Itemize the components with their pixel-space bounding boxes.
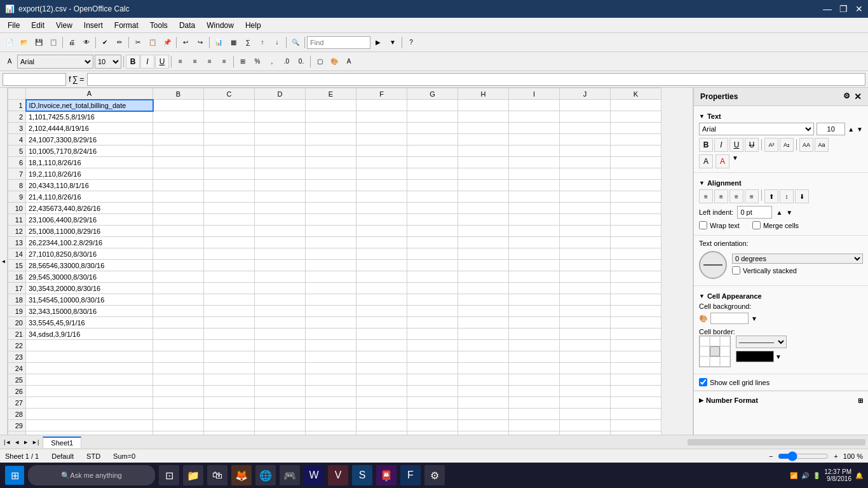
format-num-button[interactable]: % (250, 55, 264, 69)
styles-button[interactable]: A (3, 55, 17, 69)
maximize-button[interactable]: ❐ (839, 4, 848, 14)
cell-d21[interactable] (255, 329, 306, 340)
bg-color-button[interactable]: 🎨 (327, 55, 341, 69)
font-family-select[interactable]: Arial (699, 123, 814, 135)
table-row[interactable]: 510,1005,7170,8/24/16 (8, 146, 661, 157)
cell-d28[interactable] (255, 409, 306, 420)
table-row[interactable]: 1932,343,15000,8/30/16 (8, 306, 661, 317)
cell-c18[interactable] (204, 294, 255, 306)
table-row[interactable]: 1ID,Invoice,net_total,billing_date (8, 100, 661, 111)
cell-c3[interactable] (204, 123, 255, 134)
cell-f22[interactable] (356, 340, 407, 351)
cell-b8[interactable] (153, 180, 204, 191)
cell-j12[interactable] (560, 226, 611, 237)
cell-b6[interactable] (153, 157, 204, 168)
cell-g1[interactable] (407, 100, 458, 111)
cell-e25[interactable] (306, 374, 356, 386)
table-row[interactable]: 2134,sdsd,3,9/1/16 (8, 329, 661, 340)
cell-c26[interactable] (204, 386, 255, 397)
cell-g21[interactable] (407, 329, 458, 340)
cell-i3[interactable] (509, 123, 560, 134)
cell-a11[interactable]: 23,1006,4400,8/29/16 (26, 214, 153, 226)
cell-c16[interactable] (204, 271, 255, 283)
taskbar-app-word[interactable]: W (304, 465, 324, 485)
cell-i2[interactable] (509, 111, 560, 123)
zoom-in-icon[interactable]: + (834, 452, 837, 460)
cell-b12[interactable] (153, 226, 204, 237)
cell-h10[interactable] (458, 203, 509, 214)
table-row[interactable]: 1022,435673,440,8/26/16 (8, 203, 661, 214)
table-row[interactable]: 26 (8, 386, 661, 397)
cell-c13[interactable] (204, 237, 255, 248)
paste-button[interactable]: 📌 (160, 36, 174, 50)
cell-h18[interactable] (458, 294, 509, 306)
cell-d15[interactable] (255, 260, 306, 271)
table-row[interactable]: 25 (8, 374, 661, 386)
table-row[interactable]: 1326,22344,100.2,8/29/16 (8, 237, 661, 248)
cell-j1[interactable] (560, 100, 611, 111)
cell-e27[interactable] (306, 397, 356, 409)
saveas-button[interactable]: 📋 (46, 36, 60, 50)
cell-k24[interactable] (611, 363, 661, 374)
cell-g23[interactable] (407, 351, 458, 363)
cell-j25[interactable] (560, 374, 611, 386)
cell-g13[interactable] (407, 237, 458, 248)
cell-k27[interactable] (611, 397, 661, 409)
zoom-out-icon[interactable]: − (769, 452, 773, 460)
font-size-select[interactable]: 10 (95, 55, 121, 69)
table-row[interactable]: 30 (8, 431, 661, 435)
cell-i18[interactable] (509, 294, 560, 306)
cell-d16[interactable] (255, 271, 306, 283)
cell-a26[interactable] (26, 386, 153, 397)
cell-e6[interactable] (306, 157, 356, 168)
table-row[interactable]: 1730,3543,20000,8/30/16 (8, 283, 661, 294)
cell-g14[interactable] (407, 248, 458, 260)
cell-k7[interactable] (611, 168, 661, 180)
cell-j8[interactable] (560, 180, 611, 191)
find-button[interactable]: 🔍 (288, 36, 302, 50)
cell-a17[interactable]: 30,3543,20000,8/30/16 (26, 283, 153, 294)
cell-a30[interactable] (26, 431, 153, 435)
superscript-button[interactable]: A² (764, 138, 778, 152)
cell-c29[interactable] (204, 420, 255, 431)
cell-h4[interactable] (458, 134, 509, 146)
cell-h12[interactable] (458, 226, 509, 237)
cell-j4[interactable] (560, 134, 611, 146)
cell-a20[interactable]: 33,5545,45,9/1/16 (26, 317, 153, 329)
align-right-prop-btn[interactable]: ≡ (729, 189, 743, 203)
cell-d22[interactable] (255, 340, 306, 351)
cell-i5[interactable] (509, 146, 560, 157)
cell-h22[interactable] (458, 340, 509, 351)
cell-g15[interactable] (407, 260, 458, 271)
menu-window[interactable]: Window (201, 20, 239, 31)
cell-c24[interactable] (204, 363, 255, 374)
cell-a4[interactable]: 24,1007,3300,8/29/16 (26, 134, 153, 146)
cell-k5[interactable] (611, 146, 661, 157)
cell-b26[interactable] (153, 386, 204, 397)
cell-a25[interactable] (26, 374, 153, 386)
cell-d4[interactable] (255, 134, 306, 146)
new-button[interactable]: 📄 (3, 36, 17, 50)
cell-f30[interactable] (356, 431, 407, 435)
help-button[interactable]: ? (404, 36, 418, 50)
cell-g6[interactable] (407, 157, 458, 168)
taskbar-app-game[interactable]: 🎮 (280, 465, 300, 485)
table-row[interactable]: 820,4343,110,8/1/16 (8, 180, 661, 191)
cell-d6[interactable] (255, 157, 306, 168)
cell-e26[interactable] (306, 386, 356, 397)
cell-e12[interactable] (306, 226, 356, 237)
merge-button[interactable]: ⊞ (236, 55, 250, 69)
bold-format-button[interactable]: B (699, 138, 713, 152)
font-size-up-icon[interactable]: ▲ (848, 126, 854, 133)
sort-desc-button[interactable]: ↓ (270, 36, 284, 50)
minimize-button[interactable]: — (823, 4, 832, 14)
cell-h24[interactable] (458, 363, 509, 374)
tab-last-button[interactable]: ►| (31, 438, 40, 447)
font-size-down-icon[interactable]: ▼ (857, 126, 863, 133)
cell-c14[interactable] (204, 248, 255, 260)
cell-a16[interactable]: 29,545,30000,8/30/16 (26, 271, 153, 283)
cell-j28[interactable] (560, 409, 611, 420)
cell-i6[interactable] (509, 157, 560, 168)
cell-e22[interactable] (306, 340, 356, 351)
cell-f24[interactable] (356, 363, 407, 374)
